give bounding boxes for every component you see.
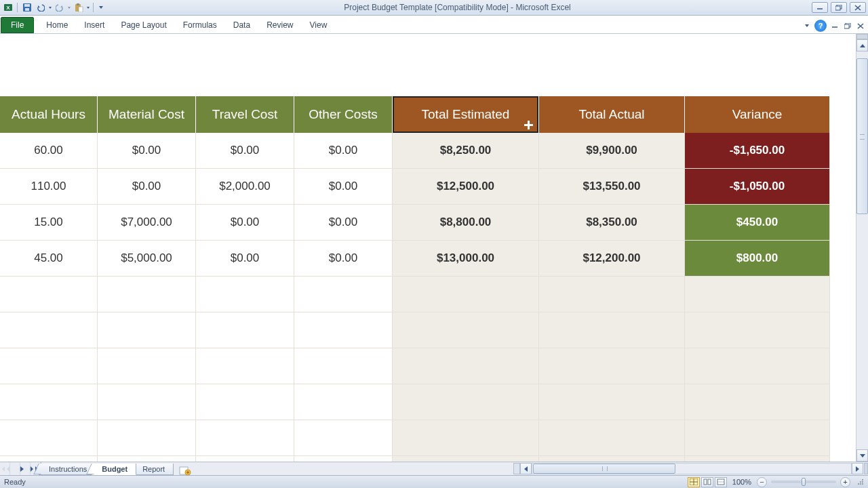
scroll-up-button[interactable] bbox=[856, 39, 868, 52]
redo-dropdown-icon[interactable] bbox=[68, 7, 71, 9]
col-header-total-actual[interactable]: Total Actual bbox=[539, 96, 685, 133]
col-header-other-costs[interactable]: Other Costs bbox=[294, 96, 393, 133]
cell[interactable] bbox=[539, 312, 685, 348]
zoom-in-button[interactable]: + bbox=[840, 477, 850, 487]
minimize-button[interactable] bbox=[812, 2, 828, 13]
cell[interactable]: $0.00 bbox=[294, 241, 393, 277]
col-header-actual-hours[interactable]: Actual Hours bbox=[0, 96, 98, 133]
cell[interactable]: $8,350.00 bbox=[539, 205, 685, 241]
tab-page-layout[interactable]: Page Layout bbox=[113, 18, 174, 33]
col-header-travel-cost[interactable]: Travel Cost bbox=[196, 96, 294, 133]
zoom-out-button[interactable]: − bbox=[757, 477, 767, 487]
split-handle-right[interactable] bbox=[864, 463, 868, 474]
cell[interactable]: $13,550.00 bbox=[539, 169, 685, 205]
horizontal-scrollbar[interactable] bbox=[513, 462, 868, 475]
cell[interactable] bbox=[98, 420, 196, 456]
horizontal-scroll-thumb[interactable] bbox=[533, 464, 675, 474]
cell[interactable] bbox=[196, 277, 294, 312]
scroll-left-button[interactable] bbox=[520, 463, 532, 474]
cell[interactable]: $12,200.00 bbox=[539, 241, 685, 277]
cell[interactable]: $0.00 bbox=[196, 205, 294, 241]
view-page-layout-button[interactable] bbox=[701, 477, 713, 487]
tab-prev-button[interactable] bbox=[10, 462, 20, 475]
cell[interactable]: $8,800.00 bbox=[393, 205, 539, 241]
restore-button[interactable] bbox=[831, 2, 847, 13]
cell[interactable] bbox=[0, 384, 98, 420]
cell[interactable] bbox=[196, 384, 294, 420]
cell[interactable] bbox=[98, 312, 196, 348]
tab-insert[interactable]: Insert bbox=[76, 18, 113, 33]
cell[interactable] bbox=[685, 277, 830, 312]
cell[interactable]: 110.00 bbox=[0, 169, 98, 205]
resize-grip-icon[interactable] bbox=[856, 478, 864, 486]
split-handle-top[interactable] bbox=[856, 34, 868, 39]
cell[interactable] bbox=[0, 312, 98, 348]
cell[interactable] bbox=[98, 456, 196, 462]
col-header-material-cost[interactable]: Material Cost bbox=[98, 96, 196, 133]
cell[interactable]: $13,000.00 bbox=[393, 241, 539, 277]
col-header-variance[interactable]: Variance bbox=[685, 96, 830, 133]
undo-dropdown-icon[interactable] bbox=[49, 7, 52, 9]
cell[interactable] bbox=[685, 312, 830, 348]
cell[interactable] bbox=[539, 456, 685, 462]
cell[interactable] bbox=[685, 384, 830, 420]
scroll-right-button[interactable] bbox=[852, 463, 863, 474]
cell[interactable] bbox=[393, 277, 539, 312]
cell[interactable] bbox=[393, 312, 539, 348]
cell[interactable]: $0.00 bbox=[294, 205, 393, 241]
cell[interactable] bbox=[539, 420, 685, 456]
cell[interactable]: $8,250.00 bbox=[393, 133, 539, 169]
cell[interactable] bbox=[294, 384, 393, 420]
tab-next-button[interactable] bbox=[20, 462, 31, 475]
cell[interactable] bbox=[685, 420, 830, 456]
cell[interactable] bbox=[294, 420, 393, 456]
cell[interactable]: 15.00 bbox=[0, 205, 98, 241]
zoom-percentage[interactable]: 100% bbox=[732, 478, 751, 486]
zoom-slider[interactable] bbox=[771, 481, 836, 483]
cell[interactable] bbox=[0, 277, 98, 312]
cell[interactable] bbox=[0, 420, 98, 456]
cell[interactable]: $0.00 bbox=[196, 133, 294, 169]
cell[interactable] bbox=[685, 456, 830, 462]
workbook-restore-icon[interactable] bbox=[842, 21, 852, 30]
cell[interactable] bbox=[539, 277, 685, 312]
excel-icon[interactable]: X bbox=[2, 2, 14, 14]
scroll-down-button[interactable] bbox=[856, 449, 868, 462]
cell[interactable]: 45.00 bbox=[0, 241, 98, 277]
variance-cell[interactable]: -$1,650.00 bbox=[685, 133, 830, 169]
view-page-break-button[interactable] bbox=[715, 477, 727, 487]
cell[interactable]: $0.00 bbox=[98, 133, 196, 169]
paste-dropdown-icon[interactable] bbox=[87, 7, 90, 9]
variance-cell[interactable]: $450.00 bbox=[685, 205, 830, 241]
paste-icon[interactable] bbox=[73, 2, 84, 14]
cell[interactable]: $0.00 bbox=[294, 169, 393, 205]
cell[interactable] bbox=[393, 348, 539, 384]
workbook-close-icon[interactable] bbox=[855, 21, 865, 30]
cell[interactable]: 60.00 bbox=[0, 133, 98, 169]
cell[interactable] bbox=[98, 348, 196, 384]
tab-data[interactable]: Data bbox=[225, 18, 258, 33]
cell[interactable]: $0.00 bbox=[196, 241, 294, 277]
cell[interactable] bbox=[685, 348, 830, 384]
undo-icon[interactable] bbox=[35, 2, 46, 14]
tab-view[interactable]: View bbox=[302, 18, 336, 33]
help-icon[interactable]: ? bbox=[814, 20, 827, 32]
cell[interactable] bbox=[98, 384, 196, 420]
worksheet-area[interactable]: Actual Hours Material Cost Travel Cost O… bbox=[0, 34, 868, 462]
tab-home[interactable]: Home bbox=[38, 18, 76, 33]
cell[interactable] bbox=[294, 312, 393, 348]
cell[interactable] bbox=[294, 348, 393, 384]
cell[interactable] bbox=[0, 348, 98, 384]
cell[interactable] bbox=[98, 277, 196, 312]
sheet-tab-budget[interactable]: Budget bbox=[92, 464, 136, 475]
cell[interactable] bbox=[196, 348, 294, 384]
minimize-ribbon-icon[interactable] bbox=[802, 21, 812, 30]
cell[interactable] bbox=[393, 384, 539, 420]
cell[interactable] bbox=[196, 456, 294, 462]
sheet-tab-report[interactable]: Report bbox=[132, 464, 174, 475]
tab-first-button[interactable] bbox=[0, 462, 10, 475]
tab-formulas[interactable]: Formulas bbox=[175, 18, 225, 33]
zoom-slider-thumb[interactable] bbox=[802, 478, 806, 486]
cell[interactable] bbox=[294, 456, 393, 462]
new-sheet-button[interactable] bbox=[175, 466, 195, 475]
